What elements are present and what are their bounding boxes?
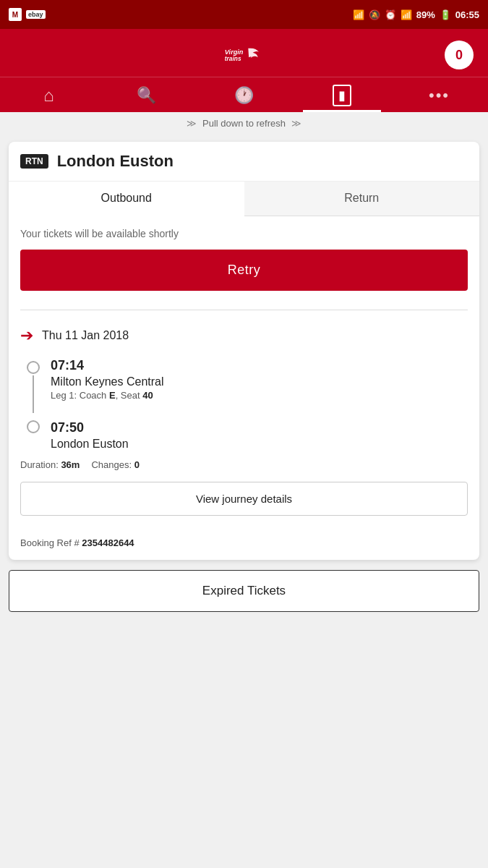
stop-circle-arrival xyxy=(27,420,40,433)
stop-circle-departure xyxy=(27,361,40,374)
nav-more[interactable]: ••• xyxy=(390,86,488,108)
pull-refresh-label: Pull down to refresh xyxy=(202,118,286,129)
logo: Virgin trains xyxy=(43,42,445,68)
nav-search[interactable]: 🔍 xyxy=(98,86,195,108)
rtn-badge: RTN xyxy=(20,154,48,169)
stop-indicator-departure xyxy=(26,358,40,414)
section-divider xyxy=(20,310,468,310)
journey-meta: Duration: 36m Changes: 0 xyxy=(20,459,468,470)
chevron-down-icon-right: ≫ xyxy=(291,118,301,129)
card-header: RTN London Euston xyxy=(9,142,479,182)
direction-arrow-icon: ➔ xyxy=(20,326,33,345)
arrival-time: 07:50 xyxy=(51,420,468,436)
duration-label: Duration: 36m xyxy=(20,459,80,470)
booking-ref-number: 2354482644 xyxy=(82,537,134,548)
retry-button[interactable]: Retry xyxy=(20,250,468,291)
tickets-icon: ▮ xyxy=(333,85,351,106)
duration-value: 36m xyxy=(61,459,80,470)
ticket-area: Your tickets will be available shortly R… xyxy=(9,216,479,302)
stop-info-departure: 07:14 Milton Keynes Central Leg 1: Coach… xyxy=(51,358,468,401)
nav-recent[interactable]: 🕐 xyxy=(195,86,293,108)
coach-label: E xyxy=(109,390,116,401)
expired-tickets-button[interactable]: Expired Tickets xyxy=(9,570,479,612)
clock-time: 06:55 xyxy=(455,9,479,20)
svg-text:trains: trains xyxy=(225,55,241,62)
ticket-message: Your tickets will be available shortly xyxy=(20,228,468,239)
booking-ref-label: Booking Ref # xyxy=(20,537,80,548)
app-header: Virgin trains 0 xyxy=(0,29,488,77)
arrival-station: London Euston xyxy=(51,438,468,451)
svg-text:Virgin: Virgin xyxy=(225,48,244,56)
pull-to-refresh: ≫ Pull down to refresh ≫ xyxy=(0,112,488,135)
tab-outbound[interactable]: Outbound xyxy=(9,182,244,216)
nav-home[interactable]: ⌂ xyxy=(0,85,98,109)
stop-line xyxy=(33,375,34,413)
card-title: London Euston xyxy=(57,152,174,171)
changes-value: 0 xyxy=(134,459,140,470)
more-icon: ••• xyxy=(429,86,450,105)
journey-date: ➔ Thu 11 Jan 2018 xyxy=(20,326,468,345)
battery-percent: 89% xyxy=(416,9,435,20)
status-left: M ebay xyxy=(9,8,46,21)
status-bar: M ebay 📶 🔕 ⏰ 📶 89% 🔋 06:55 xyxy=(0,0,488,29)
bluetooth-icon: 📶 xyxy=(353,9,364,20)
view-journey-button[interactable]: View journey details xyxy=(20,482,468,516)
virgin-trains-logo: Virgin trains xyxy=(224,42,260,68)
chevron-down-icon-left: ≫ xyxy=(187,118,197,129)
stop-departure: 07:14 Milton Keynes Central Leg 1: Coach… xyxy=(26,358,468,414)
signal-icon: 📶 xyxy=(401,9,412,20)
tab-return[interactable]: Return xyxy=(244,182,480,216)
booking-ref: Booking Ref # 2354482644 xyxy=(9,537,479,560)
gmail-icon: M xyxy=(9,8,22,21)
stop-arrival: 07:50 London Euston xyxy=(26,417,468,451)
user-avatar[interactable]: 0 xyxy=(445,41,474,69)
journey-section: ➔ Thu 11 Jan 2018 07:14 Milton Keynes Ce… xyxy=(9,318,479,527)
nav-bar: ⌂ 🔍 🕐 ▮ ••• xyxy=(0,77,488,112)
home-icon: ⌂ xyxy=(43,85,54,106)
stop-info-arrival: 07:50 London Euston xyxy=(51,417,468,451)
status-right: 📶 🔕 ⏰ 📶 89% 🔋 06:55 xyxy=(353,9,479,20)
main-card: RTN London Euston Outbound Return Your t… xyxy=(9,142,479,560)
clock-icon: 🕐 xyxy=(234,86,254,105)
mute-icon: 🔕 xyxy=(369,9,380,20)
departure-station: Milton Keynes Central xyxy=(51,375,468,388)
journey-date-text: Thu 11 Jan 2018 xyxy=(42,329,129,342)
stop-indicator-arrival xyxy=(26,417,40,433)
departure-time: 07:14 xyxy=(51,358,468,374)
nav-tickets[interactable]: ▮ xyxy=(293,85,390,109)
changes-label: Changes: 0 xyxy=(91,459,140,470)
search-icon: 🔍 xyxy=(137,86,156,105)
battery-icon: 🔋 xyxy=(440,9,451,20)
departure-detail: Leg 1: Coach E, Seat 40 xyxy=(51,390,468,401)
seat-label: 40 xyxy=(142,390,153,401)
stops-list: 07:14 Milton Keynes Central Leg 1: Coach… xyxy=(26,358,468,451)
ebay-icon: ebay xyxy=(26,10,46,19)
journey-tabs: Outbound Return xyxy=(9,182,479,216)
alarm-icon: ⏰ xyxy=(385,9,396,20)
